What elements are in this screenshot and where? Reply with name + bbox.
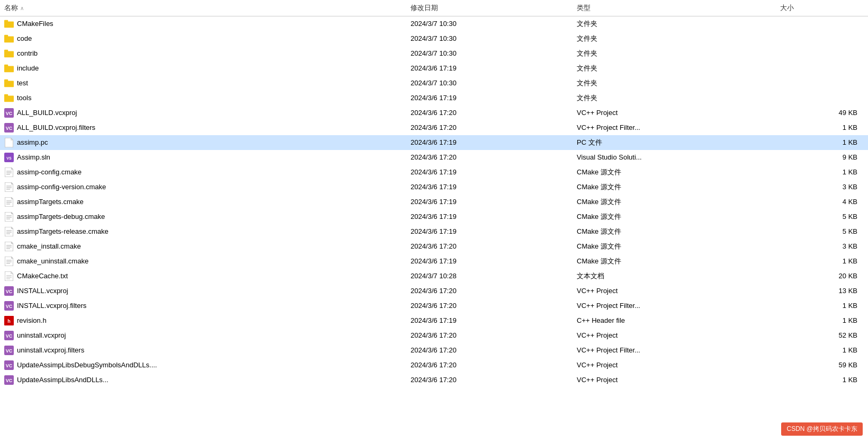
vcxproj-icon: VC: [4, 123, 14, 133]
folder-icon: [4, 93, 14, 103]
svg-text:VC: VC: [6, 348, 13, 354]
cmake-icon: [4, 197, 14, 207]
file-name-cell: VC UpdateAssimpLibsDebugSymbolsAndDLLs..…: [0, 358, 406, 373]
file-modified: 2024/3/6 17:19: [406, 135, 572, 150]
table-row[interactable]: assimpTargets-debug.cmake 2024/3/6 17:19…: [0, 209, 868, 224]
file-name-cell: assimpTargets-release.cmake: [0, 224, 406, 239]
file-modified: 2024/3/6 17:20: [406, 150, 572, 165]
folder-icon: [4, 49, 14, 58]
file-type: CMake 源文件: [572, 165, 776, 180]
table-row[interactable]: CMakeFiles 2024/3/7 10:30 文件夹: [0, 16, 868, 31]
file-name: assimp-config-version.cmake: [17, 183, 106, 191]
sln-icon: VS: [4, 153, 14, 162]
file-modified: 2024/3/7 10:30: [406, 31, 572, 46]
file-size: 20 KB: [776, 269, 868, 284]
folder-icon: [4, 78, 14, 88]
table-row[interactable]: assimp-config.cmake 2024/3/6 17:19 CMake…: [0, 165, 868, 180]
table-header: 名称 ∧ 修改日期 类型: [0, 0, 868, 16]
svg-text:VC: VC: [6, 363, 13, 368]
file-type: VC++ Project: [572, 284, 776, 298]
cmake-icon: [4, 167, 14, 177]
table-row[interactable]: assimp.pc 2024/3/6 17:19 PC 文件 1 KB: [0, 135, 868, 150]
file-modified: 2024/3/6 17:19: [406, 61, 572, 76]
table-row[interactable]: VC INSTALL.vcxproj.filters 2024/3/6 17:2…: [0, 298, 868, 313]
file-modified: 2024/3/6 17:20: [406, 328, 572, 343]
table-row[interactable]: contrib 2024/3/7 10:30 文件夹: [0, 46, 868, 61]
table-row[interactable]: assimpTargets.cmake 2024/3/6 17:19 CMake…: [0, 195, 868, 209]
file-modified: 2024/3/7 10:30: [406, 46, 572, 61]
table-row[interactable]: VC INSTALL.vcxproj 2024/3/6 17:20 VC++ P…: [0, 284, 868, 298]
table-row[interactable]: assimp-config-version.cmake 2024/3/6 17:…: [0, 180, 868, 195]
file-size: [776, 46, 868, 61]
file-name-cell: CMakeCache.txt: [0, 269, 406, 284]
table-row[interactable]: tools 2024/3/6 17:19 文件夹: [0, 91, 868, 105]
file-name-cell: VC ALL_BUILD.vcxproj.filters: [0, 120, 406, 135]
file-type: CMake 源文件: [572, 239, 776, 254]
table-row[interactable]: VC uninstall.vcxproj.filters 2024/3/6 17…: [0, 343, 868, 358]
file-name: uninstall.vcxproj.filters: [17, 346, 84, 354]
table-row[interactable]: cmake_uninstall.cmake 2024/3/6 17:19 CMa…: [0, 254, 868, 269]
file-type: 文本文档: [572, 269, 776, 284]
file-modified: 2024/3/7 10:30: [406, 16, 572, 31]
svg-rect-11: [4, 94, 8, 96]
file-type: PC 文件: [572, 135, 776, 150]
file-type: VC++ Project Filter...: [572, 120, 776, 135]
cmake-icon: [4, 242, 14, 251]
table-row[interactable]: VS Assimp.sln 2024/3/6 17:20 Visual Stud…: [0, 150, 868, 165]
table-row[interactable]: VC UpdateAssimpLibsDebugSymbolsAndDLLs..…: [0, 358, 868, 373]
file-modified: 2024/3/6 17:20: [406, 373, 572, 387]
table-row[interactable]: VC UpdateAssimpLibsAndDLLs... 2024/3/6 1…: [0, 373, 868, 387]
file-size: 5 KB: [776, 224, 868, 239]
vcxproj-icon: VC: [4, 346, 14, 355]
file-name-cell: assimpTargets-debug.cmake: [0, 209, 406, 224]
file-modified: 2024/3/6 17:19: [406, 195, 572, 209]
table-row[interactable]: test 2024/3/7 10:30 文件夹: [0, 76, 868, 91]
vcxproj-icon: VC: [4, 108, 14, 118]
file-size: 52 KB: [776, 328, 868, 343]
col-size[interactable]: 大小: [776, 0, 868, 16]
col-type[interactable]: 类型: [572, 0, 776, 16]
file-type: CMake 源文件: [572, 180, 776, 195]
file-name: code: [17, 34, 32, 42]
scroll-area[interactable]: 名称 ∧ 修改日期 类型: [0, 0, 868, 441]
col-name[interactable]: 名称 ∧: [0, 0, 406, 16]
file-name-cell: VC INSTALL.vcxproj.filters: [0, 298, 406, 313]
col-modified[interactable]: 修改日期: [406, 0, 572, 16]
header-icon: h: [4, 316, 14, 325]
file-size: [776, 16, 868, 31]
file-name: assimpTargets-debug.cmake: [17, 213, 105, 220]
table-row[interactable]: code 2024/3/7 10:30 文件夹: [0, 31, 868, 46]
table-row[interactable]: VC ALL_BUILD.vcxproj 2024/3/6 17:20 VC++…: [0, 105, 868, 120]
vcxproj-icon: VC: [4, 286, 14, 296]
file-type: 文件夹: [572, 76, 776, 91]
file-name-cell: assimp.pc: [0, 135, 406, 150]
file-size: 49 KB: [776, 105, 868, 120]
svg-text:VC: VC: [6, 111, 13, 116]
file-name-cell: assimp-config.cmake: [0, 165, 406, 180]
file-size: [776, 76, 868, 91]
watermark-badge: CSDN @拷贝码农卡卡东: [781, 422, 863, 436]
file-name: UpdateAssimpLibsAndDLLs...: [17, 376, 109, 384]
table-row[interactable]: include 2024/3/6 17:19 文件夹: [0, 61, 868, 76]
file-modified: 2024/3/6 17:19: [406, 180, 572, 195]
file-name-cell: VC INSTALL.vcxproj: [0, 284, 406, 298]
file-type: VC++ Project Filter...: [572, 298, 776, 313]
table-row[interactable]: VC ALL_BUILD.vcxproj.filters 2024/3/6 17…: [0, 120, 868, 135]
file-name-cell: VC uninstall.vcxproj: [0, 328, 406, 343]
file-name-cell: CMakeFiles: [0, 16, 406, 31]
table-row[interactable]: cmake_install.cmake 2024/3/6 17:20 CMake…: [0, 239, 868, 254]
file-name-cell: h revision.h: [0, 313, 406, 328]
table-row[interactable]: CMakeCache.txt 2024/3/7 10:28 文本文档 20 KB: [0, 269, 868, 284]
file-modified: 2024/3/6 17:20: [406, 358, 572, 373]
file-type: CMake 源文件: [572, 254, 776, 269]
file-explorer: 名称 ∧ 修改日期 类型: [0, 0, 868, 441]
vcxproj-icon: VC: [4, 331, 14, 340]
table-row[interactable]: VC uninstall.vcxproj 2024/3/6 17:20 VC++…: [0, 328, 868, 343]
file-type: CMake 源文件: [572, 195, 776, 209]
table-row[interactable]: h revision.h 2024/3/6 17:19 C++ Header f…: [0, 313, 868, 328]
file-size: 1 KB: [776, 120, 868, 135]
table-row[interactable]: assimpTargets-release.cmake 2024/3/6 17:…: [0, 224, 868, 239]
vcxproj-icon: VC: [4, 301, 14, 311]
file-modified: 2024/3/6 17:19: [406, 91, 572, 105]
file-name-cell: cmake_install.cmake: [0, 239, 406, 254]
